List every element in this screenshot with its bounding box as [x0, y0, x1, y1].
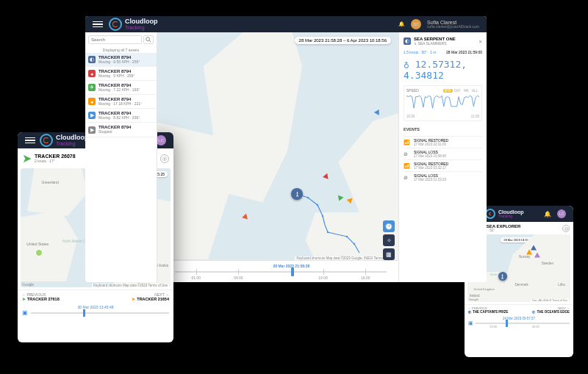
timeline[interactable]: ▣ 01:00 04:00 10:00 16:00 28 Mar 2023 21… [157, 260, 398, 282]
asset-row[interactable]: ● TRACKER 8794 Moving · 17.18 KPH · 221° [85, 95, 157, 109]
logo: CloudloopTracking [40, 134, 89, 147]
event-time: 27 Mar 2023 22:31:00 [414, 143, 448, 146]
speed-chart: SPEED 6HRDAYWKALL 10:30 11:00 [404, 85, 482, 121]
signal-icon: 📶 [404, 140, 411, 145]
nav-row: ← PREVIOUS ➤TRACKER 27618 NEXT → ➤TRACKE… [18, 290, 173, 303]
range-button[interactable]: ALL [470, 89, 479, 93]
boat-icon: ◐ [404, 37, 411, 45]
asset-row[interactable]: ▶ TRACKER 8794 Stopped [85, 123, 157, 137]
now-handle[interactable] [506, 320, 508, 327]
map-attrib: Keyboard shortcuts Map data ©2023 Terms … [92, 284, 169, 287]
logo: CloudloopTracking [485, 209, 524, 219]
now-handle[interactable] [83, 309, 85, 317]
search-input[interactable] [88, 35, 142, 44]
map-area[interactable]: Keyboard shortcuts Map data ©2023 Google… [157, 32, 487, 282]
asset-status: Moving · 8.82 KPH · 336° [98, 116, 140, 121]
prev-name[interactable]: ◐THE CAPTAIN'S PRIZE [468, 310, 509, 314]
event-row: ⊘ SIGNAL LOSS 17 Mar 2023 01:53:23 [404, 171, 482, 183]
svg-point-6 [346, 236, 348, 237]
close-icon[interactable]: × [478, 38, 482, 45]
logo: CloudloopTracking [109, 18, 158, 31]
asset-icon: ▶ [88, 112, 96, 119]
sparkline [406, 94, 479, 112]
nav-row: ← PREVIOUS ◐THE CAPTAIN'S PRIZE NEXT → ◐… [465, 304, 573, 315]
asset-marker[interactable] [531, 245, 537, 251]
detail-panel: ◐ SEA SERPENT ONE ↳ SEA SLAMMERS × 1.5 k… [398, 32, 487, 282]
event-time: 17 Mar 2023 01:53:23 [414, 178, 446, 181]
header-right: 🔔 SC Sofia Clarest sofia.clarest@ycanADt… [398, 19, 479, 29]
user-email: sofia.clarest@ycanADtrack.com [427, 25, 479, 29]
asset-icon: ✈ [88, 84, 96, 91]
bell-icon[interactable]: 🔔 [398, 21, 405, 27]
svg-point-5 [327, 231, 329, 233]
chart-title: SPEED [406, 88, 419, 93]
brand-name: Cloudloop [125, 18, 158, 25]
asset-row[interactable]: ▶ TRACKER 8794 Moving · 8.82 KPH · 336° [85, 109, 157, 123]
search-button[interactable] [143, 35, 154, 44]
asset-marker[interactable] [534, 252, 540, 257]
range-button[interactable]: 6HR [443, 89, 453, 93]
avatar[interactable]: LC [557, 209, 566, 218]
tool-compass-button[interactable]: ✧ [383, 234, 395, 246]
asset-sub: 2 knots · 17° [35, 159, 76, 163]
main-body: Displaying all 7 assets ◐ TRACKER 8794 M… [85, 32, 487, 282]
asset-icon: ▶ [88, 126, 96, 134]
detail-speed: 1.5 knots · 50° · 1 m [404, 50, 437, 54]
asset-row[interactable]: ✈ TRACKER 8794 Moving · 7.22 KPH · 193° [85, 81, 157, 95]
svg-point-0 [146, 37, 150, 41]
desktop-window: CloudloopTracking 🔔 SC Sofia Clarest sof… [85, 16, 487, 282]
target-icon[interactable]: ◎ [562, 225, 570, 232]
play-icon[interactable]: ▣ [468, 320, 473, 326]
vessel-marker[interactable] [498, 272, 507, 281]
svg-point-4 [322, 215, 323, 217]
avatar[interactable]: SC [411, 19, 421, 29]
asset-row[interactable]: ● TRACKER 8794 Moving · 5 KPH · 259° [85, 67, 157, 81]
signal-icon: 📶 [404, 163, 411, 169]
detail-group: ↳ SEA SLAMMERS [414, 41, 456, 46]
bell-icon[interactable]: 🔔 [544, 211, 551, 217]
event-row: ⊘ SIGNAL LOSS 27 Mar 2023 15:58:45 [404, 148, 482, 159]
asset-status: Stopped [98, 130, 131, 134]
asset-icon: ● [88, 70, 96, 77]
asset-marker[interactable] [338, 194, 344, 201]
next-name[interactable]: ◐THE OCEAN'S EDGE [532, 310, 570, 314]
detail-time: 28 Mar 2023 21:59:00 [446, 50, 482, 54]
avatar[interactable]: LC [156, 135, 166, 145]
menu-icon[interactable] [93, 21, 103, 28]
asset-status: Moving · 7.22 KPH · 193° [98, 88, 140, 93]
asset-icon: ◐ [88, 56, 96, 63]
timeline-track[interactable]: 01:00 04:00 10:00 16:00 28 Mar 2023 21:5… [175, 271, 387, 273]
vessel-marker[interactable] [291, 188, 303, 200]
svg-line-1 [149, 40, 151, 42]
mini-timeline[interactable]: 30 Mar 2023 13:45:48 ▣ [18, 303, 173, 317]
tool-layers-button[interactable]: ▦ [383, 248, 395, 260]
svg-point-7 [354, 243, 355, 245]
range-button[interactable]: DAY [453, 89, 462, 93]
asset-icon: ● [88, 98, 96, 105]
prev-name[interactable]: ➤TRACKER 27618 [22, 297, 60, 301]
timeline-now-handle[interactable] [291, 267, 294, 276]
asset-name: TRACKER 26078 [35, 154, 76, 159]
detail-coords: ♁ 12.57312, 4.34812 [404, 59, 482, 81]
asset-status: Moving · 9.55 KPH · 255° [98, 60, 140, 65]
target-icon[interactable]: ◎ [160, 154, 169, 163]
map-tools: 🕐 ✧ ▦ [383, 220, 395, 260]
date-range-pill[interactable]: 28 Mar 2023 21:58:28 – 6 Apr 2023 10:18:… [295, 37, 391, 44]
event-row: 📶 SIGNAL RESTORED 17 Mar 2023 03:32:17 [404, 159, 482, 171]
menu-icon[interactable] [25, 137, 35, 144]
logo-icon [485, 209, 495, 219]
asset-sidebar: Displaying all 7 assets ◐ TRACKER 8794 M… [85, 32, 157, 282]
play-icon[interactable]: ▣ [22, 309, 28, 316]
event-time: 17 Mar 2023 03:32:17 [414, 166, 448, 170]
range-button[interactable]: WK [462, 89, 470, 93]
asset-status: Moving · 17.18 KPH · 221° [98, 102, 142, 107]
header: CloudloopTracking 🔔 SC Sofia Clarest sof… [85, 16, 487, 32]
svg-point-2 [307, 197, 309, 198]
next-name[interactable]: ➤TRACKER 21654 [132, 297, 169, 301]
event-row: 📶 SIGNAL RESTORED 27 Mar 2023 22:31:00 [404, 136, 482, 148]
asset-row[interactable]: ◐ TRACKER 8794 Moving · 9.55 KPH · 255° [85, 53, 157, 67]
mini-timeline[interactable]: 24 Mar 2023 09:57:57 ▣ 03:00 06:00 [465, 315, 573, 328]
asset-status: Moving · 5 KPH · 259° [98, 74, 135, 79]
plane-icon: ➤ [22, 151, 32, 165]
tool-clock-button[interactable]: 🕐 [383, 220, 395, 232]
